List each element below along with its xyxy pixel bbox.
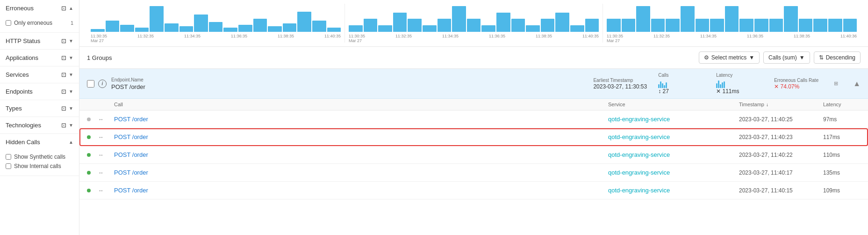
row-latency: 135ms: [823, 169, 861, 176]
chart-bar: [496, 13, 510, 32]
chart-bar: [681, 6, 695, 32]
chart-label: 11:32:35: [653, 34, 670, 43]
chevron-down-icon-endpoints: ▼: [69, 89, 73, 94]
calls-col: Calls ↕ 27: [658, 73, 705, 95]
call-link[interactable]: POST /order: [114, 169, 148, 176]
col-header-service: Service: [608, 102, 739, 107]
service-link[interactable]: qotd-engraving-service: [608, 187, 670, 194]
only-erroneous-checkbox[interactable]: [6, 20, 11, 26]
row-call: POST /order: [112, 151, 608, 158]
chart-bar: [607, 19, 621, 32]
arrows-icon: ↔: [98, 187, 103, 194]
earliest-ts-value: 2023-03-27, 11:30:53: [593, 83, 647, 90]
show-internal-checkbox[interactable]: [6, 163, 11, 169]
arrows-icon: ↔: [98, 152, 103, 158]
sidebar-section-endpoints: Endpoints ⊡ ▼: [0, 83, 79, 100]
only-erroneous-count: 1: [71, 20, 73, 26]
sidebar-header-http-status[interactable]: HTTP Status ⊡ ▼: [0, 33, 79, 49]
sidebar-header-hidden-calls[interactable]: Hidden Calls ▲: [0, 134, 79, 150]
chart-bar: [622, 19, 636, 32]
service-link[interactable]: qotd-engraving-service: [608, 151, 670, 158]
chart-label: 11:40:35: [324, 34, 341, 43]
sidebar-header-endpoints[interactable]: Endpoints ⊡ ▼: [0, 83, 79, 100]
row-status: [87, 189, 98, 192]
chart-bar: [666, 19, 680, 32]
chart-bar: [91, 29, 105, 32]
sidebar-section-services: Services ⊡ ▼: [0, 66, 79, 83]
call-link[interactable]: POST /order: [114, 116, 148, 123]
chart-bar: [725, 6, 739, 32]
chart-bar: [555, 13, 569, 32]
latency-label: Latency: [716, 73, 763, 78]
show-internal-row: Show Internal calls: [6, 162, 73, 171]
table-row[interactable]: ↔ POST /order qotd-engraving-service 202…: [79, 182, 868, 199]
service-link[interactable]: qotd-engraving-service: [608, 133, 670, 140]
row-arrows: ↔: [98, 187, 112, 194]
row-arrows: ↔: [98, 151, 112, 158]
show-synthetic-checkbox[interactable]: [6, 154, 11, 160]
only-erroneous-label: Only erroneous: [14, 20, 52, 26]
sidebar-header-types[interactable]: Types ⊡ ▼: [0, 100, 79, 117]
app-layout: Erroneous ⊡ ▲ Only erroneous 1 HTTP Stat…: [0, 0, 868, 235]
main-content: 11:30:35 Mar 2711:32:3511:34:3511:36:351…: [79, 0, 868, 235]
call-link[interactable]: POST /order: [114, 151, 148, 158]
chart-bar: [283, 23, 297, 32]
sidebar-section-technologies: Technologies ⊡ ▼: [0, 117, 79, 134]
chart-bar: [223, 28, 237, 32]
table-row[interactable]: ↔ POST /order qotd-engraving-service 202…: [79, 110, 868, 128]
latency-value: ✕ 111ms: [716, 88, 763, 95]
table-row[interactable]: ↔ POST /order qotd-engraving-service 202…: [79, 146, 868, 164]
row-call: POST /order: [112, 187, 608, 194]
chart-bar: [541, 19, 555, 32]
sidebar-header-services[interactable]: Services ⊡ ▼: [0, 66, 79, 83]
chevron-down-icon-apps: ▼: [69, 55, 73, 60]
row-status: [87, 153, 98, 157]
calls-mini-chart: [658, 79, 705, 88]
endpoint-meta: Earliest Timestamp 2023-03-27, 11:30:53 …: [593, 73, 861, 95]
sidebar-header-technologies[interactable]: Technologies ⊡ ▼: [0, 117, 79, 133]
chart-label: 11:38:35: [794, 34, 810, 43]
calls-label: Calls: [658, 73, 705, 78]
chart-block-2: 11:30:35 Mar 2711:32:3511:34:3511:36:351…: [603, 4, 861, 43]
chart-bar: [696, 19, 710, 32]
sidebar-header-erroneous[interactable]: Erroneous ⊡ ▲: [0, 0, 79, 16]
groups-controls: ⚙ Select metrics ▼ Calls (sum) ▼ ⇅ Desce…: [699, 51, 861, 64]
endpoints-label: Endpoints: [6, 88, 33, 95]
chart-bar: [327, 28, 341, 32]
chart-bar: [120, 25, 134, 32]
col-header-timestamp[interactable]: Timestamp ↓: [739, 102, 823, 107]
chart-bar: [843, 19, 857, 32]
service-link[interactable]: qotd-engraving-service: [608, 116, 670, 123]
arrows-icon: ↔: [98, 169, 103, 176]
sort-icon-endpoint[interactable]: ⊞: [834, 81, 838, 87]
table-row[interactable]: ↔ POST /order qotd-engraving-service 202…: [79, 164, 868, 182]
chart-bar: [268, 26, 282, 32]
http-status-label: HTTP Status: [6, 37, 40, 44]
table-row[interactable]: ↔ POST /order qotd-engraving-service 202…: [79, 128, 868, 146]
table-rows: ↔ POST /order qotd-engraving-service 202…: [79, 110, 868, 199]
service-link[interactable]: qotd-engraving-service: [608, 169, 670, 176]
erroneous-value: ✕ 74.07%: [774, 83, 821, 90]
expand-icon-endpoint[interactable]: ▲: [853, 80, 861, 88]
filter-icon-endpoints: ⊡: [60, 88, 67, 95]
calls-value: ↕ 27: [658, 88, 705, 95]
earliest-ts-label: Earliest Timestamp: [593, 78, 647, 83]
show-synthetic-row: Show Synthetic calls: [6, 152, 73, 162]
chart-labels-0: 11:30:35 Mar 2711:32:3511:34:3511:36:351…: [91, 34, 341, 43]
chart-labels-2: 11:30:35 Mar 2711:32:3511:34:3511:36:351…: [607, 34, 857, 43]
descending-button[interactable]: ⇅ Descending: [814, 51, 861, 64]
select-metrics-label: Select metrics: [711, 54, 746, 61]
chart-label: 11:40:35: [582, 34, 599, 43]
chart-label: 11:30:35 Mar 27: [91, 34, 107, 43]
endpoint-name-label: Endpoint.Name: [111, 77, 593, 82]
sidebar-header-applications[interactable]: Applications ⊡ ▼: [0, 50, 79, 66]
calls-sum-button[interactable]: Calls (sum) ▼: [763, 51, 810, 64]
call-link[interactable]: POST /order: [114, 133, 148, 140]
endpoint-checkbox[interactable]: [87, 80, 94, 88]
row-status: [87, 135, 98, 139]
chart-bar: [754, 19, 768, 32]
call-link[interactable]: POST /order: [114, 187, 148, 194]
chart-inner-1: [349, 4, 599, 32]
col-header-call: Call: [112, 102, 608, 107]
select-metrics-button[interactable]: ⚙ Select metrics ▼: [699, 51, 760, 64]
